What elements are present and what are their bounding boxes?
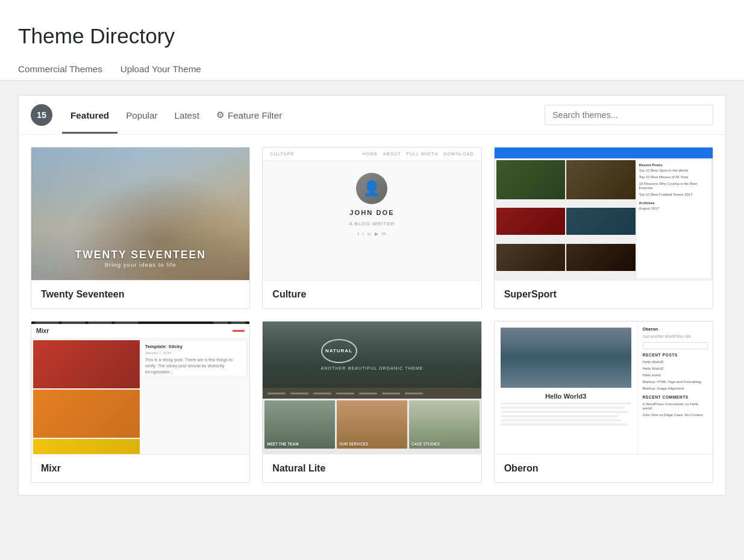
theme-thumbnail-oberon: Hello World3 Oberon <box>495 322 713 454</box>
themes-toolbar: 15 Featured Popular Latest ⚙ Feature Fil… <box>19 96 725 135</box>
natural-nav-item1 <box>267 393 286 394</box>
theme-thumbnail-culture: CULTURE HOME ABOUT FULL WIDTH DOWNLOAD J… <box>263 148 481 280</box>
oberon-comment-1: A WordPress Commenter on Hello world! <box>643 402 708 410</box>
theme-name-oberon: Oberon <box>504 463 703 474</box>
twenty-seventeen-name-overlay: TWENTY SEVENTEEN <box>75 249 205 261</box>
gear-icon: ⚙ <box>216 110 224 120</box>
theme-card-footer-natural: Natural Lite <box>263 454 481 482</box>
oberon-comment-2: John Doe on Edge Case: No Content <box>643 412 708 417</box>
natural-nav <box>263 388 481 399</box>
theme-card-footer-mixr: Mixr <box>31 454 249 482</box>
culture-person-name: JOHN DOE <box>349 209 394 216</box>
theme-thumbnail-twenty-seventeen: TWENTY SEVENTEEN Bring your ideas to lif… <box>31 148 249 280</box>
themes-panel: 15 Featured Popular Latest ⚙ Feature Fil… <box>18 95 726 496</box>
tab-latest[interactable]: Latest <box>166 105 208 125</box>
natural-img2: OUR SERVICES <box>337 400 407 449</box>
oberon-post-3: Hello world <box>643 373 708 377</box>
natural-nav-item3 <box>313 393 331 394</box>
oberon-line6 <box>501 423 627 426</box>
theme-card-culture[interactable]: CULTURE HOME ABOUT FULL WIDTH DOWNLOAD J… <box>262 147 481 309</box>
theme-name-twenty-seventeen: Twenty Seventeen <box>41 289 240 300</box>
theme-card-footer-oberon: Oberon <box>495 454 713 482</box>
culture-avatar <box>356 173 387 204</box>
oberon-text-lines <box>501 402 631 426</box>
mixr-content-col: Template: Sticky January 7, 2014 This is… <box>142 340 248 454</box>
theme-name-natural: Natural Lite <box>272 463 471 474</box>
natural-img1: MEET THE TEAM <box>264 400 335 449</box>
natural-logo: NATURAL <box>321 339 357 363</box>
culture-nav-links: HOME ABOUT FULL WIDTH DOWNLOAD <box>363 151 474 157</box>
mixr-body: Template: Sticky January 7, 2014 This is… <box>31 338 249 454</box>
oberon-line3 <box>501 411 629 413</box>
tab-nav: Featured Popular Latest ⚙ Feature Filter <box>62 105 545 125</box>
oberon-line5 <box>501 419 622 422</box>
theme-thumbnail-supersport: Recent Posts Top 10 Best Sport in the Wo… <box>495 148 713 280</box>
oberon-post-title: Hello World3 <box>545 393 586 400</box>
mixr-sticky-card: Template: Sticky January 7, 2014 This is… <box>142 340 248 376</box>
natural-nav-item5 <box>359 393 377 394</box>
theme-name-mixr: Mixr <box>41 463 240 474</box>
natural-nav-item7 <box>405 393 423 394</box>
theme-thumbnail-natural: NATURAL ANOTHER BEAUTIFUL ORGANIC THEME <box>263 322 481 454</box>
theme-card-supersport[interactable]: Recent Posts Top 10 Best Sport in the Wo… <box>494 147 713 309</box>
page-header: Theme Directory Commercial Themes Upload… <box>0 0 744 81</box>
mixr-card-title: Template: Sticky <box>145 344 245 349</box>
nav-commercial-themes[interactable]: Commercial Themes <box>18 58 114 80</box>
feature-filter-label: Feature Filter <box>228 110 282 120</box>
theme-card-natural-lite[interactable]: NATURAL ANOTHER BEAUTIFUL ORGANIC THEME <box>262 321 481 483</box>
natural-hero-sub: ANOTHER BEAUTIFUL ORGANIC THEME <box>321 366 424 371</box>
culture-nav-logo: CULTURE <box>270 151 294 157</box>
theme-name-culture: Culture <box>272 289 471 300</box>
mixr-header: Mixr <box>31 324 249 338</box>
content-area: 15 Featured Popular Latest ⚙ Feature Fil… <box>0 81 744 510</box>
oberon-tagline: Just another WordPress site <box>643 334 708 338</box>
mixr-yellow-img <box>33 439 140 454</box>
twenty-seventeen-tagline: Bring your ideas to life <box>75 261 205 268</box>
theme-name-supersport: SuperSport <box>504 289 703 300</box>
culture-tw-icon: t <box>363 231 364 237</box>
culture-social-icons: f t in ▶ ✉ <box>358 231 387 237</box>
theme-card-oberon[interactable]: Hello World3 Oberon <box>494 321 713 483</box>
theme-card-twenty-seventeen[interactable]: TWENTY SEVENTEEN Bring your ideas to lif… <box>31 147 250 309</box>
theme-thumbnail-mixr: Mixr <box>31 322 249 454</box>
page-title: Theme Directory <box>18 12 726 58</box>
culture-rss-icon: ✉ <box>382 231 386 237</box>
twenty-seventeen-overlay-text: TWENTY SEVENTEEN Bring your ideas to lif… <box>75 249 205 268</box>
oberon-line1 <box>501 402 631 405</box>
mixr-logo: Mixr <box>36 328 49 334</box>
oberon-search-bar <box>643 342 708 349</box>
culture-body: JOHN DOE A BLOG WRITER f t in ▶ ✉ <box>337 161 407 280</box>
tab-featured[interactable]: Featured <box>62 105 117 125</box>
mixr-orange-img <box>33 390 140 438</box>
culture-yt-icon: ▶ <box>375 231 378 237</box>
natural-nav-item4 <box>336 393 354 394</box>
search-input[interactable] <box>545 105 713 125</box>
mixr-red-img <box>33 340 140 388</box>
oberon-recent-comments-label: RECENT COMMENTS <box>643 395 708 399</box>
theme-card-footer-twenty-seventeen: Twenty Seventeen <box>31 280 249 308</box>
theme-card-mixr[interactable]: Mixr <box>31 321 250 483</box>
page-wrapper: Theme Directory Commercial Themes Upload… <box>0 0 744 560</box>
oberon-landscape-img <box>501 328 631 388</box>
culture-fb-icon: f <box>358 231 359 237</box>
culture-in-icon: in <box>367 231 371 237</box>
natural-nav-item6 <box>382 393 400 394</box>
tab-popular[interactable]: Popular <box>117 105 166 125</box>
oberon-site-title: Oberon <box>643 326 708 332</box>
culture-nav-bar: CULTURE HOME ABOUT FULL WIDTH DOWNLOAD <box>263 148 481 161</box>
oberon-recent-posts-label: RECENT POSTS <box>643 353 708 357</box>
nav-upload-theme[interactable]: Upload Your Theme <box>120 58 213 80</box>
tab-feature-filter[interactable]: ⚙ Feature Filter <box>208 105 290 125</box>
search-area <box>545 105 713 125</box>
oberon-post-5: Markup: Image Alignment <box>643 386 708 390</box>
mixr-images-col <box>33 340 140 454</box>
oberon-sidebar: Oberon Just another WordPress site RECEN… <box>637 322 713 454</box>
oberon-post-2: Hello World2 <box>643 366 708 370</box>
page-nav: Commercial Themes Upload Your Theme <box>18 58 726 80</box>
natural-grid: MEET THE TEAM OUR SERVICES CASE STUDIES <box>263 399 481 454</box>
natural-logo-text: NATURAL <box>325 348 352 353</box>
theme-card-footer-culture: Culture <box>263 280 481 308</box>
oberon-line4 <box>501 415 618 417</box>
culture-person-subtitle: A BLOG WRITER <box>349 221 395 226</box>
oberon-post-1: Hello World3 <box>643 359 708 364</box>
